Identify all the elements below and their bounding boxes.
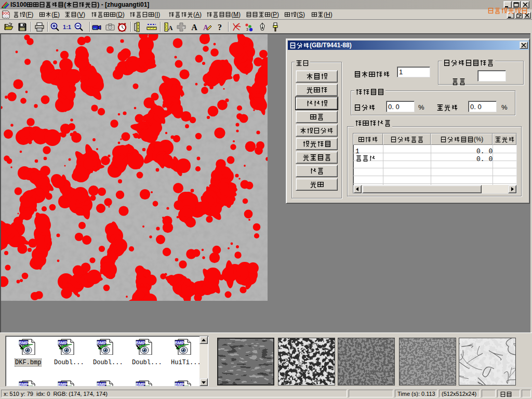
svg-text:A: A: [191, 23, 197, 32]
svg-text:BMP: BMP: [19, 382, 29, 387]
svg-text:A: A: [168, 24, 173, 32]
svg-text:BMP: BMP: [175, 382, 184, 387]
svg-text:3: 3: [246, 28, 248, 31]
svg-text:BMP: BMP: [97, 382, 107, 387]
svg-text:DOC: DOC: [2, 11, 10, 15]
svg-text:1:1: 1:1: [63, 24, 71, 30]
svg-text:BMP: BMP: [136, 382, 145, 387]
svg-text:BMP: BMP: [58, 382, 68, 387]
svg-text:?: ?: [218, 23, 222, 32]
